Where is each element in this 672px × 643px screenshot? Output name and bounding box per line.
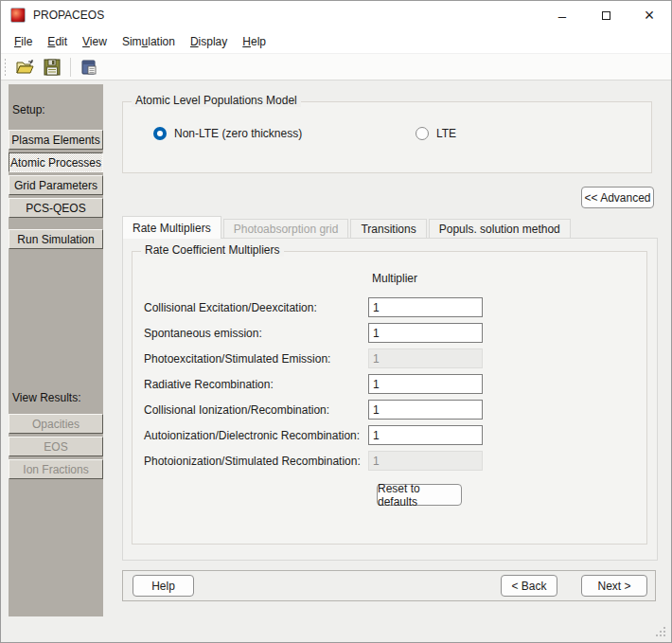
tab-panel: Rate Coefficient Multipliers Multiplier … [122, 238, 658, 561]
sidebar-item-opacities: Opacities [9, 414, 103, 434]
tab-transitions[interactable]: Transitions [350, 219, 426, 239]
tab-rate-multipliers[interactable]: Rate Multipliers [122, 216, 221, 239]
app-icon [10, 8, 26, 23]
radio-unselected-icon [416, 127, 429, 140]
back-button[interactable]: < Back [501, 575, 557, 597]
form-row: Collisional Ionization/Recombination: [144, 400, 368, 420]
toolbar-grip[interactable] [4, 58, 7, 77]
toolbar-separator [70, 58, 71, 77]
autoionization-input[interactable] [368, 425, 483, 445]
close-button[interactable]: × [628, 1, 671, 29]
form-row: Radiative Recombination: [144, 374, 368, 394]
resize-grip[interactable] [654, 625, 665, 636]
minimize-icon: – [558, 8, 566, 24]
title-bar: PROPACEOS – × [1, 1, 671, 29]
next-button[interactable]: Next > [581, 575, 647, 597]
form-row: Photoexcitation/Stimulated Emission: [144, 348, 368, 368]
window-title: PROPACEOS [33, 9, 104, 22]
radio-selected-icon [153, 127, 167, 140]
radio-non-lte-label: Non-LTE (zero thickness) [174, 127, 302, 140]
sidebar-item-run-simulation[interactable]: Run Simulation [9, 229, 103, 249]
maximize-icon [602, 11, 610, 20]
sidebar: Setup: Plasma Elements Atomic Processes … [9, 84, 103, 616]
sidebar-item-eos: EOS [9, 437, 103, 456]
collisional-excitation-input[interactable] [368, 297, 483, 317]
photoexcitation-input [368, 348, 483, 368]
row-label: Autoionization/Dielectronic Recombinatio… [144, 429, 368, 442]
menu-file[interactable]: File [9, 32, 38, 51]
row-label: Photoionization/Stimulated Recombination… [144, 455, 368, 468]
footer-bar: Help < Back Next > [122, 570, 656, 601]
radiative-recombination-input[interactable] [368, 374, 483, 394]
tab-bar: Rate Multipliers Photoabsorption grid Tr… [122, 216, 573, 239]
sidebar-item-pcs-qeos[interactable]: PCS-QEOS [9, 198, 103, 218]
sidebar-item-ion-fractions: Ion Fractions [9, 459, 103, 479]
form-row: Collisional Excitation/Deexcitation: [144, 297, 368, 317]
app-window: PROPACEOS – × File Edit View Simulation … [0, 0, 672, 643]
form-row: Autoionization/Dielectronic Recombinatio… [144, 425, 368, 445]
save-button[interactable] [42, 57, 62, 78]
advanced-button[interactable]: << Advanced [581, 187, 654, 208]
form-row: Spontaneous emission: [144, 323, 368, 343]
reset-to-defaults-button[interactable]: Reset to defaults [377, 484, 462, 506]
sidebar-item-atomic-processes[interactable]: Atomic Processes [9, 152, 103, 172]
menu-simulation[interactable]: Simulation [116, 32, 181, 51]
photoionization-input [368, 451, 483, 471]
save-icon [44, 59, 61, 76]
rate-coefficient-groupbox: Rate Coefficient Multipliers Multiplier … [132, 251, 647, 545]
menu-bar: File Edit View Simulation Display Help [1, 29, 671, 54]
view-results-label: View Results: [12, 391, 103, 406]
radio-lte[interactable]: LTE [416, 127, 456, 140]
model-groupbox: Atomic Level Populations Model Non-LTE (… [122, 101, 652, 173]
model-group-title: Atomic Level Populations Model [132, 94, 301, 107]
menu-display[interactable]: Display [185, 32, 233, 51]
radio-lte-label: LTE [436, 127, 456, 140]
book-page-icon [80, 59, 97, 76]
help-button[interactable]: Help [133, 575, 194, 597]
close-icon: × [645, 6, 655, 26]
form-row: Photoionization/Stimulated Recombination… [144, 451, 368, 471]
menu-edit[interactable]: Edit [42, 32, 73, 51]
tab-populs-solution-method[interactable]: Populs. solution method [429, 219, 571, 239]
row-label: Spontaneous emission: [144, 327, 368, 340]
rate-group-title: Rate Coefficient Multipliers [141, 243, 284, 257]
collisional-ionization-input[interactable] [368, 400, 483, 420]
tab-photoabsorption-grid: Photoabsorption grid [223, 219, 349, 239]
book-page-button[interactable] [79, 57, 99, 78]
radio-non-lte[interactable]: Non-LTE (zero thickness) [153, 127, 302, 140]
row-label: Radiative Recombination: [144, 378, 368, 391]
sidebar-item-grid-parameters[interactable]: Grid Parameters [9, 175, 103, 195]
minimize-button[interactable]: – [540, 1, 584, 29]
maximize-button[interactable] [584, 1, 628, 29]
spontaneous-emission-input[interactable] [368, 323, 483, 343]
row-label: Photoexcitation/Stimulated Emission: [144, 352, 368, 366]
setup-label: Setup: [12, 103, 103, 118]
open-file-icon [16, 59, 35, 76]
row-label: Collisional Excitation/Deexcitation: [144, 301, 368, 314]
menu-view[interactable]: View [77, 32, 113, 51]
sidebar-item-plasma-elements[interactable]: Plasma Elements [9, 130, 103, 150]
toolbar [1, 54, 671, 80]
multiplier-column-header: Multiplier [372, 272, 417, 285]
menu-help[interactable]: Help [237, 32, 272, 51]
row-label: Collisional Ionization/Recombination: [144, 403, 368, 417]
open-file-button[interactable] [15, 57, 36, 78]
